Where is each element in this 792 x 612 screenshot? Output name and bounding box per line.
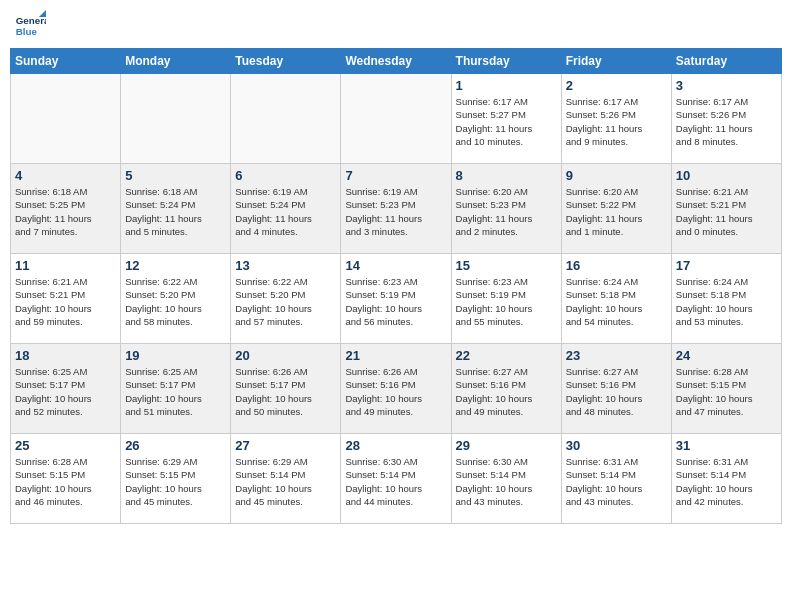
day-number: 12 xyxy=(125,258,226,273)
cell-text: Sunrise: 6:23 AM Sunset: 5:19 PM Dayligh… xyxy=(345,275,446,328)
calendar-cell: 18Sunrise: 6:25 AM Sunset: 5:17 PM Dayli… xyxy=(11,344,121,434)
calendar-cell xyxy=(121,74,231,164)
cell-text: Sunrise: 6:25 AM Sunset: 5:17 PM Dayligh… xyxy=(15,365,116,418)
cell-text: Sunrise: 6:29 AM Sunset: 5:15 PM Dayligh… xyxy=(125,455,226,508)
cell-text: Sunrise: 6:26 AM Sunset: 5:17 PM Dayligh… xyxy=(235,365,336,418)
weekday-header-thursday: Thursday xyxy=(451,49,561,74)
cell-text: Sunrise: 6:18 AM Sunset: 5:25 PM Dayligh… xyxy=(15,185,116,238)
calendar-cell: 25Sunrise: 6:28 AM Sunset: 5:15 PM Dayli… xyxy=(11,434,121,524)
cell-text: Sunrise: 6:31 AM Sunset: 5:14 PM Dayligh… xyxy=(566,455,667,508)
calendar-cell: 14Sunrise: 6:23 AM Sunset: 5:19 PM Dayli… xyxy=(341,254,451,344)
day-number: 23 xyxy=(566,348,667,363)
calendar-cell: 11Sunrise: 6:21 AM Sunset: 5:21 PM Dayli… xyxy=(11,254,121,344)
cell-text: Sunrise: 6:27 AM Sunset: 5:16 PM Dayligh… xyxy=(456,365,557,418)
day-number: 14 xyxy=(345,258,446,273)
calendar-cell: 13Sunrise: 6:22 AM Sunset: 5:20 PM Dayli… xyxy=(231,254,341,344)
calendar-cell: 23Sunrise: 6:27 AM Sunset: 5:16 PM Dayli… xyxy=(561,344,671,434)
day-number: 16 xyxy=(566,258,667,273)
day-number: 17 xyxy=(676,258,777,273)
day-number: 4 xyxy=(15,168,116,183)
weekday-header-friday: Friday xyxy=(561,49,671,74)
day-number: 25 xyxy=(15,438,116,453)
calendar-cell: 24Sunrise: 6:28 AM Sunset: 5:15 PM Dayli… xyxy=(671,344,781,434)
calendar-cell: 16Sunrise: 6:24 AM Sunset: 5:18 PM Dayli… xyxy=(561,254,671,344)
calendar-cell xyxy=(341,74,451,164)
day-number: 2 xyxy=(566,78,667,93)
cell-text: Sunrise: 6:19 AM Sunset: 5:23 PM Dayligh… xyxy=(345,185,446,238)
calendar-week-row: 4Sunrise: 6:18 AM Sunset: 5:25 PM Daylig… xyxy=(11,164,782,254)
page-header: General Blue xyxy=(10,10,782,42)
cell-text: Sunrise: 6:18 AM Sunset: 5:24 PM Dayligh… xyxy=(125,185,226,238)
cell-text: Sunrise: 6:19 AM Sunset: 5:24 PM Dayligh… xyxy=(235,185,336,238)
calendar-body: 1Sunrise: 6:17 AM Sunset: 5:27 PM Daylig… xyxy=(11,74,782,524)
day-number: 19 xyxy=(125,348,226,363)
day-number: 8 xyxy=(456,168,557,183)
cell-text: Sunrise: 6:26 AM Sunset: 5:16 PM Dayligh… xyxy=(345,365,446,418)
day-number: 24 xyxy=(676,348,777,363)
cell-text: Sunrise: 6:17 AM Sunset: 5:26 PM Dayligh… xyxy=(676,95,777,148)
weekday-header-wednesday: Wednesday xyxy=(341,49,451,74)
day-number: 3 xyxy=(676,78,777,93)
calendar-cell: 6Sunrise: 6:19 AM Sunset: 5:24 PM Daylig… xyxy=(231,164,341,254)
day-number: 13 xyxy=(235,258,336,273)
cell-text: Sunrise: 6:30 AM Sunset: 5:14 PM Dayligh… xyxy=(456,455,557,508)
logo-icon: General Blue xyxy=(14,10,46,42)
calendar-cell: 29Sunrise: 6:30 AM Sunset: 5:14 PM Dayli… xyxy=(451,434,561,524)
cell-text: Sunrise: 6:30 AM Sunset: 5:14 PM Dayligh… xyxy=(345,455,446,508)
day-number: 11 xyxy=(15,258,116,273)
cell-text: Sunrise: 6:22 AM Sunset: 5:20 PM Dayligh… xyxy=(125,275,226,328)
calendar-cell: 30Sunrise: 6:31 AM Sunset: 5:14 PM Dayli… xyxy=(561,434,671,524)
day-number: 26 xyxy=(125,438,226,453)
day-number: 28 xyxy=(345,438,446,453)
calendar-cell: 10Sunrise: 6:21 AM Sunset: 5:21 PM Dayli… xyxy=(671,164,781,254)
weekday-header-tuesday: Tuesday xyxy=(231,49,341,74)
calendar-cell: 7Sunrise: 6:19 AM Sunset: 5:23 PM Daylig… xyxy=(341,164,451,254)
cell-text: Sunrise: 6:22 AM Sunset: 5:20 PM Dayligh… xyxy=(235,275,336,328)
calendar-cell: 20Sunrise: 6:26 AM Sunset: 5:17 PM Dayli… xyxy=(231,344,341,434)
cell-text: Sunrise: 6:17 AM Sunset: 5:27 PM Dayligh… xyxy=(456,95,557,148)
calendar-cell: 5Sunrise: 6:18 AM Sunset: 5:24 PM Daylig… xyxy=(121,164,231,254)
cell-text: Sunrise: 6:21 AM Sunset: 5:21 PM Dayligh… xyxy=(676,185,777,238)
day-number: 31 xyxy=(676,438,777,453)
day-number: 22 xyxy=(456,348,557,363)
calendar-cell: 19Sunrise: 6:25 AM Sunset: 5:17 PM Dayli… xyxy=(121,344,231,434)
calendar-cell xyxy=(231,74,341,164)
weekday-header-row: SundayMondayTuesdayWednesdayThursdayFrid… xyxy=(11,49,782,74)
weekday-header-monday: Monday xyxy=(121,49,231,74)
cell-text: Sunrise: 6:28 AM Sunset: 5:15 PM Dayligh… xyxy=(15,455,116,508)
day-number: 18 xyxy=(15,348,116,363)
day-number: 21 xyxy=(345,348,446,363)
cell-text: Sunrise: 6:20 AM Sunset: 5:23 PM Dayligh… xyxy=(456,185,557,238)
weekday-header-sunday: Sunday xyxy=(11,49,121,74)
calendar-cell: 31Sunrise: 6:31 AM Sunset: 5:14 PM Dayli… xyxy=(671,434,781,524)
logo: General Blue xyxy=(14,10,50,42)
calendar-table: SundayMondayTuesdayWednesdayThursdayFrid… xyxy=(10,48,782,524)
calendar-cell xyxy=(11,74,121,164)
calendar-cell: 26Sunrise: 6:29 AM Sunset: 5:15 PM Dayli… xyxy=(121,434,231,524)
calendar-cell: 8Sunrise: 6:20 AM Sunset: 5:23 PM Daylig… xyxy=(451,164,561,254)
cell-text: Sunrise: 6:24 AM Sunset: 5:18 PM Dayligh… xyxy=(676,275,777,328)
calendar-cell: 17Sunrise: 6:24 AM Sunset: 5:18 PM Dayli… xyxy=(671,254,781,344)
day-number: 27 xyxy=(235,438,336,453)
cell-text: Sunrise: 6:28 AM Sunset: 5:15 PM Dayligh… xyxy=(676,365,777,418)
cell-text: Sunrise: 6:21 AM Sunset: 5:21 PM Dayligh… xyxy=(15,275,116,328)
calendar-cell: 21Sunrise: 6:26 AM Sunset: 5:16 PM Dayli… xyxy=(341,344,451,434)
cell-text: Sunrise: 6:25 AM Sunset: 5:17 PM Dayligh… xyxy=(125,365,226,418)
day-number: 20 xyxy=(235,348,336,363)
calendar-cell: 12Sunrise: 6:22 AM Sunset: 5:20 PM Dayli… xyxy=(121,254,231,344)
cell-text: Sunrise: 6:20 AM Sunset: 5:22 PM Dayligh… xyxy=(566,185,667,238)
calendar-cell: 9Sunrise: 6:20 AM Sunset: 5:22 PM Daylig… xyxy=(561,164,671,254)
calendar-week-row: 11Sunrise: 6:21 AM Sunset: 5:21 PM Dayli… xyxy=(11,254,782,344)
cell-text: Sunrise: 6:27 AM Sunset: 5:16 PM Dayligh… xyxy=(566,365,667,418)
day-number: 9 xyxy=(566,168,667,183)
calendar-week-row: 1Sunrise: 6:17 AM Sunset: 5:27 PM Daylig… xyxy=(11,74,782,164)
cell-text: Sunrise: 6:31 AM Sunset: 5:14 PM Dayligh… xyxy=(676,455,777,508)
weekday-header-saturday: Saturday xyxy=(671,49,781,74)
calendar-cell: 27Sunrise: 6:29 AM Sunset: 5:14 PM Dayli… xyxy=(231,434,341,524)
day-number: 29 xyxy=(456,438,557,453)
calendar-week-row: 18Sunrise: 6:25 AM Sunset: 5:17 PM Dayli… xyxy=(11,344,782,434)
cell-text: Sunrise: 6:17 AM Sunset: 5:26 PM Dayligh… xyxy=(566,95,667,148)
day-number: 30 xyxy=(566,438,667,453)
day-number: 10 xyxy=(676,168,777,183)
day-number: 7 xyxy=(345,168,446,183)
